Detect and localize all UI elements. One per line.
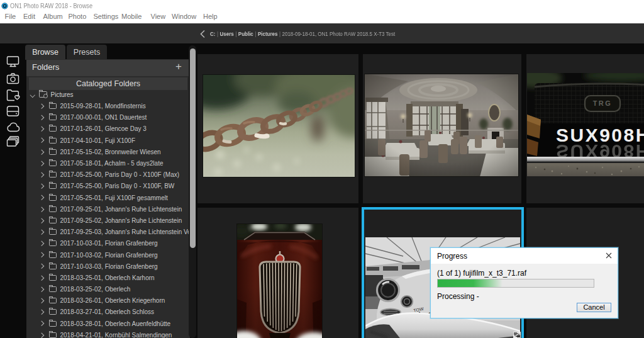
- svg-text:TRG: TRG: [593, 99, 613, 107]
